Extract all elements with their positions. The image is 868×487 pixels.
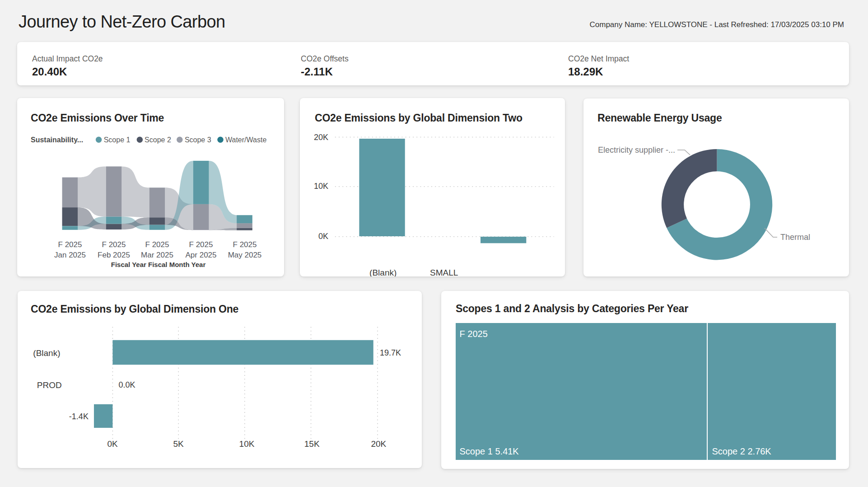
svg-text:Electricity supplier -...: Electricity supplier -...: [598, 145, 675, 155]
svg-text:20K: 20K: [371, 439, 386, 449]
svg-text:PROD: PROD: [37, 380, 62, 390]
svg-text:0K: 0K: [107, 439, 118, 449]
svg-text:5K: 5K: [173, 439, 184, 449]
svg-text:(Blank): (Blank): [33, 348, 60, 358]
svg-text:0.0K: 0.0K: [118, 380, 135, 389]
svg-text:SMALL: SMALL: [430, 268, 458, 276]
svg-text:10K: 10K: [314, 182, 328, 191]
svg-text:19.7K: 19.7K: [380, 348, 401, 357]
svg-text:(Blank): (Blank): [369, 268, 397, 276]
svg-text:20K: 20K: [314, 133, 328, 142]
svg-text:10K: 10K: [239, 439, 255, 449]
svg-text:-1.4K: -1.4K: [69, 412, 89, 421]
svg-text:Thermal: Thermal: [780, 233, 810, 242]
svg-text:15K: 15K: [304, 439, 320, 449]
svg-text:0K: 0K: [318, 232, 328, 241]
